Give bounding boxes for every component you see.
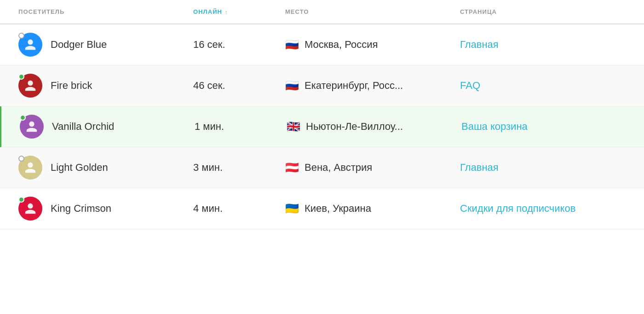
- page-link[interactable]: Скидки для подписчиков: [460, 203, 626, 215]
- flag-icon: 🇬🇧: [287, 121, 300, 132]
- visitor-cell: Dodger Blue: [18, 33, 193, 57]
- avatar-wrapper: [18, 156, 42, 180]
- location-cell: 🇷🇺 Москва, Россия: [285, 39, 460, 51]
- table-header: ПОСЕТИТЕЛЬ ОНЛАЙН ↑ МЕСТО СТРАНИЦА: [0, 0, 644, 24]
- page-link[interactable]: Главная: [460, 162, 626, 174]
- person-icon: [24, 79, 37, 92]
- table-row[interactable]: Light Golden 3 мин. 🇦🇹 Вена, Австрия Гла…: [0, 147, 644, 188]
- flag-icon: 🇷🇺: [285, 80, 299, 91]
- visitor-name: Vanilla Orchid: [52, 121, 114, 133]
- col-visitor: ПОСЕТИТЕЛЬ: [18, 8, 193, 15]
- visitor-name: Light Golden: [51, 162, 108, 174]
- flag-icon: 🇺🇦: [285, 203, 299, 214]
- avatar-wrapper: [18, 33, 42, 57]
- visitor-cell: Vanilla Orchid: [20, 115, 195, 139]
- visitor-cell: Fire brick: [18, 74, 193, 98]
- table-row[interactable]: Vanilla Orchid 1 мин. 🇬🇧 Ньютон-Ле-Вилло…: [0, 106, 644, 147]
- location-text: Москва, Россия: [305, 39, 378, 51]
- status-dot: [18, 74, 24, 80]
- online-time: 3 мин.: [193, 162, 285, 174]
- online-time: 46 сек.: [193, 80, 285, 92]
- person-icon: [24, 202, 37, 215]
- person-icon: [25, 120, 38, 133]
- flag-icon: 🇦🇹: [285, 162, 299, 173]
- location-text: Екатеринбург, Росс...: [305, 80, 403, 92]
- table-row[interactable]: King Crimson 4 мин. 🇺🇦 Киев, Украина Ски…: [0, 188, 644, 229]
- online-time: 1 мин.: [195, 121, 287, 133]
- visitor-name: King Crimson: [51, 203, 111, 215]
- page-link[interactable]: Ваша корзина: [461, 121, 626, 133]
- location-cell: 🇺🇦 Киев, Украина: [285, 203, 460, 215]
- col-location: МЕСТО: [285, 8, 460, 15]
- avatar-wrapper: [20, 115, 44, 139]
- col-online[interactable]: ОНЛАЙН ↑: [193, 8, 285, 15]
- visitor-cell: Light Golden: [18, 156, 193, 180]
- avatar-wrapper: [18, 74, 42, 98]
- status-dot: [18, 33, 24, 39]
- location-text: Киев, Украина: [305, 203, 371, 215]
- location-text: Вена, Австрия: [305, 162, 372, 174]
- table-row[interactable]: Dodger Blue 16 сек. 🇷🇺 Москва, Россия Гл…: [0, 24, 644, 65]
- page-link[interactable]: FAQ: [460, 80, 626, 92]
- online-time: 4 мин.: [193, 203, 285, 215]
- flag-icon: 🇷🇺: [285, 39, 299, 50]
- online-time: 16 сек.: [193, 39, 285, 51]
- status-dot: [18, 197, 24, 203]
- avatar-wrapper: [18, 197, 42, 221]
- location-cell: 🇷🇺 Екатеринбург, Росс...: [285, 80, 460, 92]
- person-icon: [24, 161, 37, 174]
- col-page: СТРАНИЦА: [460, 8, 626, 15]
- visitor-name: Dodger Blue: [51, 39, 107, 51]
- visitors-table: ПОСЕТИТЕЛЬ ОНЛАЙН ↑ МЕСТО СТРАНИЦА Dodge…: [0, 0, 644, 229]
- location-cell: 🇬🇧 Ньютон-Ле-Виллоу...: [287, 121, 461, 133]
- person-icon: [24, 38, 37, 51]
- page-link[interactable]: Главная: [460, 39, 626, 51]
- table-row[interactable]: Fire brick 46 сек. 🇷🇺 Екатеринбург, Росс…: [0, 65, 644, 106]
- location-cell: 🇦🇹 Вена, Австрия: [285, 162, 460, 174]
- status-dot: [20, 115, 26, 121]
- sort-arrow-icon: ↑: [225, 9, 228, 15]
- visitor-cell: King Crimson: [18, 197, 193, 221]
- location-text: Ньютон-Ле-Виллоу...: [306, 121, 403, 133]
- status-dot: [18, 156, 24, 162]
- table-body: Dodger Blue 16 сек. 🇷🇺 Москва, Россия Гл…: [0, 24, 644, 229]
- visitor-name: Fire brick: [51, 80, 92, 92]
